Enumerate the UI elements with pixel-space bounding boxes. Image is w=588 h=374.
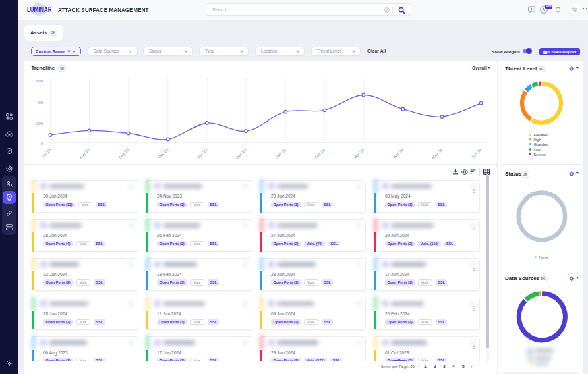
svg-text:Sep '23: Sep '23 xyxy=(117,147,129,159)
svg-text:Mar '24: Mar '24 xyxy=(353,147,365,159)
svg-text:Jul '23: Jul '23 xyxy=(40,147,51,158)
svg-text:Aug '23: Aug '23 xyxy=(78,147,90,159)
svg-text:600: 600 xyxy=(36,79,43,83)
svg-text:Nov '23: Nov '23 xyxy=(196,147,208,159)
svg-text:200: 200 xyxy=(36,122,43,126)
svg-text:0: 0 xyxy=(41,142,43,146)
svg-text:400: 400 xyxy=(36,101,43,105)
svg-text:Dec '23: Dec '23 xyxy=(235,147,247,159)
svg-text:Jan '24: Jan '24 xyxy=(274,147,287,159)
svg-text:Jun '24: Jun '24 xyxy=(471,147,483,159)
svg-text:Apr '24: Apr '24 xyxy=(392,147,405,159)
svg-text:Oct '23: Oct '23 xyxy=(157,147,169,159)
svg-text:Feb '24: Feb '24 xyxy=(314,147,326,159)
svg-text:May '24: May '24 xyxy=(431,147,444,160)
